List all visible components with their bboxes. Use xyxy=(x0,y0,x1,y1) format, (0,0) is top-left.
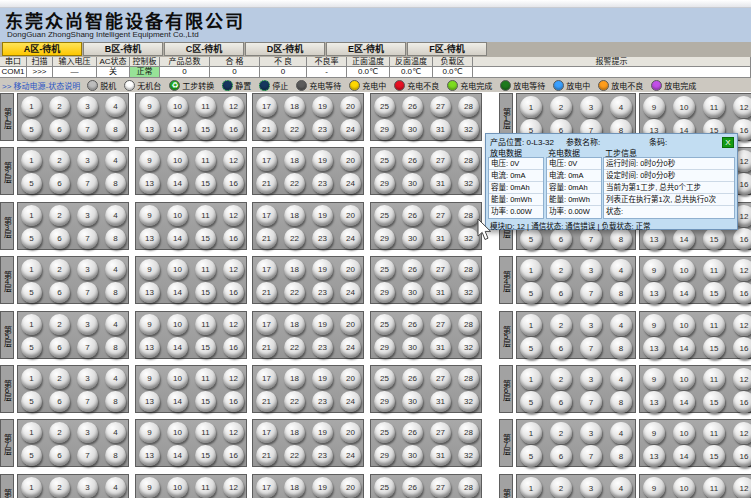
tab-zone-B[interactable]: B区-待机 xyxy=(83,42,163,56)
cell[interactable]: 16 xyxy=(733,228,751,250)
cell[interactable]: 3 xyxy=(580,314,602,336)
cell[interactable]: 12 xyxy=(733,96,751,118)
cell[interactable]: 28 xyxy=(458,477,479,498)
cell[interactable]: 27 xyxy=(430,96,451,117)
cell[interactable]: 29 xyxy=(374,391,395,412)
cell[interactable]: 12 xyxy=(733,314,751,336)
cell[interactable]: 12 xyxy=(733,259,751,281)
cell[interactable]: 4 xyxy=(105,259,126,280)
cell[interactable]: 18 xyxy=(284,96,305,117)
cell[interactable]: 14 xyxy=(167,119,188,140)
cell[interactable]: 5 xyxy=(520,445,542,467)
cell[interactable]: 27 xyxy=(430,422,451,443)
cell[interactable]: 6 xyxy=(550,282,572,304)
cell[interactable]: 3 xyxy=(580,422,602,444)
cell[interactable]: 27 xyxy=(430,150,451,171)
cell[interactable]: 10 xyxy=(673,259,695,281)
cell[interactable]: 13 xyxy=(139,282,160,303)
cell[interactable]: 12 xyxy=(223,368,244,389)
cell[interactable]: 6 xyxy=(550,445,572,467)
cell[interactable]: 29 xyxy=(374,445,395,466)
cell[interactable]: 14 xyxy=(673,445,695,467)
cell[interactable]: 9 xyxy=(643,477,665,498)
cell[interactable]: 15 xyxy=(195,228,216,249)
cell[interactable]: 7 xyxy=(77,228,98,249)
cell[interactable]: 2 xyxy=(550,368,572,390)
cell[interactable]: 20 xyxy=(340,314,361,335)
cell[interactable]: 1 xyxy=(520,96,542,118)
cell[interactable]: 10 xyxy=(167,259,188,280)
cell[interactable]: 3 xyxy=(77,314,98,335)
cell[interactable]: 2 xyxy=(49,477,70,498)
cell[interactable]: 20 xyxy=(340,96,361,117)
cell[interactable]: 15 xyxy=(195,337,216,358)
cell[interactable]: 12 xyxy=(733,368,751,390)
cell[interactable]: 12 xyxy=(223,314,244,335)
cell[interactable]: 12 xyxy=(223,205,244,226)
cell[interactable]: 7 xyxy=(580,282,602,304)
cell[interactable]: 23 xyxy=(312,445,333,466)
cell[interactable]: 15 xyxy=(195,445,216,466)
cell[interactable]: 21 xyxy=(256,282,277,303)
cell[interactable]: 20 xyxy=(340,150,361,171)
cell[interactable]: 11 xyxy=(703,259,725,281)
cell[interactable]: 28 xyxy=(458,422,479,443)
cell[interactable]: 10 xyxy=(167,477,188,498)
cell[interactable]: 3 xyxy=(77,205,98,226)
cell[interactable]: 9 xyxy=(139,259,160,280)
cell[interactable]: 3 xyxy=(77,96,98,117)
cell[interactable]: 1 xyxy=(21,477,42,498)
cell[interactable]: 5 xyxy=(21,337,42,358)
cell[interactable]: 16 xyxy=(223,282,244,303)
cell[interactable]: 9 xyxy=(139,314,160,335)
cell[interactable]: 19 xyxy=(312,314,333,335)
cell[interactable]: 4 xyxy=(105,150,126,171)
cell[interactable]: 31 xyxy=(430,445,451,466)
cell[interactable]: 14 xyxy=(673,337,695,359)
cell[interactable]: 2 xyxy=(49,150,70,171)
cell[interactable]: 17 xyxy=(256,150,277,171)
cell[interactable]: 9 xyxy=(643,422,665,444)
cell[interactable]: 8 xyxy=(105,119,126,140)
cell[interactable]: 1 xyxy=(21,150,42,171)
cell[interactable]: 17 xyxy=(256,477,277,498)
cell[interactable]: 1 xyxy=(520,314,542,336)
cell[interactable]: 14 xyxy=(167,445,188,466)
cell[interactable]: 3 xyxy=(77,422,98,443)
cell[interactable]: 22 xyxy=(284,337,305,358)
cell[interactable]: 17 xyxy=(256,422,277,443)
cell[interactable]: 26 xyxy=(402,96,423,117)
cell[interactable]: 3 xyxy=(580,259,602,281)
cell[interactable]: 2 xyxy=(49,422,70,443)
cell[interactable]: 2 xyxy=(550,96,572,118)
cell[interactable]: 4 xyxy=(105,368,126,389)
cell[interactable]: 32 xyxy=(458,337,479,358)
cell[interactable]: 16 xyxy=(223,119,244,140)
cell[interactable]: 15 xyxy=(703,282,725,304)
cell[interactable]: 28 xyxy=(458,368,479,389)
cell[interactable]: 14 xyxy=(167,228,188,249)
cell[interactable]: 16 xyxy=(733,445,751,467)
cell[interactable]: 6 xyxy=(49,282,70,303)
cell[interactable]: 9 xyxy=(643,259,665,281)
cell[interactable]: 25 xyxy=(374,422,395,443)
cell[interactable]: 26 xyxy=(402,314,423,335)
cell[interactable]: 17 xyxy=(256,259,277,280)
cell[interactable]: 27 xyxy=(430,477,451,498)
cell[interactable]: 1 xyxy=(520,259,542,281)
cell[interactable]: 6 xyxy=(49,228,70,249)
cell[interactable]: 4 xyxy=(610,259,632,281)
cell[interactable]: 31 xyxy=(430,119,451,140)
cell[interactable]: 20 xyxy=(340,205,361,226)
cell[interactable]: 8 xyxy=(105,228,126,249)
cell[interactable]: 15 xyxy=(703,337,725,359)
cell[interactable]: 23 xyxy=(312,337,333,358)
cell[interactable]: 13 xyxy=(643,228,665,250)
cell[interactable]: 20 xyxy=(340,259,361,280)
cell[interactable]: 4 xyxy=(610,96,632,118)
cell[interactable]: 18 xyxy=(284,150,305,171)
cell[interactable]: 7 xyxy=(580,228,602,250)
cell[interactable]: 4 xyxy=(105,96,126,117)
cell[interactable]: 6 xyxy=(49,337,70,358)
cell[interactable]: 7 xyxy=(580,391,602,413)
